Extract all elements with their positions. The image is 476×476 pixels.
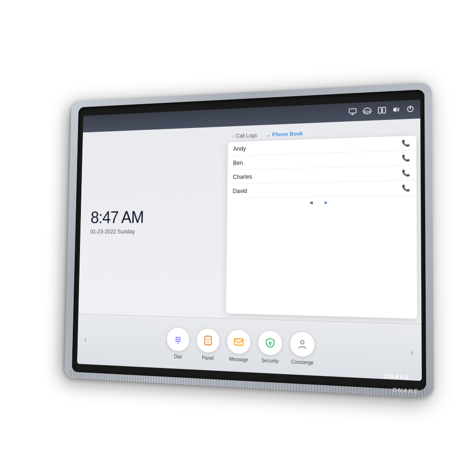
chevron-right-icon: › xyxy=(232,133,234,139)
tab-phone-book[interactable]: ⌄ Phone Book xyxy=(262,128,308,140)
svg-point-15 xyxy=(176,338,177,340)
svg-point-14 xyxy=(179,337,180,338)
dial-icon xyxy=(172,333,184,346)
contact-name-andy: Andy xyxy=(233,145,246,152)
screen: SOS xyxy=(77,99,422,381)
main-content: 8:47 AM 01-23-2022 Sunday › Call Logs xyxy=(79,119,422,324)
svg-rect-0 xyxy=(349,108,356,113)
message-icon-circle xyxy=(227,328,251,355)
volume-icon xyxy=(392,106,400,114)
power-icon[interactable] xyxy=(407,105,414,114)
call-icon-andy[interactable]: 📞 xyxy=(402,139,410,147)
svg-rect-9 xyxy=(393,108,394,111)
pagination-row: ◄ ► xyxy=(227,196,416,209)
svg-point-3 xyxy=(363,108,371,114)
clock-date: 01-23-2022 Sunday xyxy=(90,228,212,235)
svg-point-16 xyxy=(178,338,179,340)
svg-rect-5 xyxy=(378,107,381,113)
dial-label: Dial xyxy=(174,354,181,359)
security-icon-circle xyxy=(258,329,283,356)
svg-rect-23 xyxy=(206,338,210,340)
app-item-panel[interactable]: Panel xyxy=(196,327,220,361)
tab-row: › Call Logs ⌄ Phone Book xyxy=(228,124,416,141)
phone-book-label: Phone Book xyxy=(272,130,303,137)
message-icon xyxy=(233,335,245,348)
nav-next-button[interactable]: › xyxy=(407,347,416,357)
svg-point-10 xyxy=(407,106,413,111)
svg-point-17 xyxy=(179,338,180,340)
app-item-concierge[interactable]: Concierge xyxy=(289,331,315,366)
brand-logo: DNAKE xyxy=(384,373,410,380)
contact-row-david[interactable]: David 📞 xyxy=(227,180,416,198)
call-logs-label: Call Logs xyxy=(236,132,257,139)
svg-point-21 xyxy=(178,342,179,344)
call-icon-charles[interactable]: 📞 xyxy=(402,169,410,177)
app-item-message[interactable]: Message xyxy=(227,328,251,362)
concierge-icon xyxy=(296,337,309,350)
clock-panel: 8:47 AM 01-23-2022 Sunday xyxy=(79,127,225,318)
svg-point-28 xyxy=(300,340,304,344)
nav-prev-button[interactable]: ‹ xyxy=(82,335,89,344)
contact-name-charles: Charles xyxy=(233,173,252,180)
svg-point-20 xyxy=(179,340,180,342)
device-screen-bezel: DNAKE xyxy=(72,89,426,391)
svg-rect-25 xyxy=(235,338,243,345)
svg-point-19 xyxy=(178,340,179,342)
app-item-security[interactable]: Security xyxy=(258,329,283,364)
chevron-down-icon: ⌄ xyxy=(267,132,270,137)
page-prev-button[interactable]: ◄ xyxy=(308,199,314,205)
svg-point-12 xyxy=(176,337,177,338)
concierge-icon-circle xyxy=(289,331,315,357)
svg-marker-8 xyxy=(394,107,396,112)
call-icon-david[interactable]: 📞 xyxy=(402,184,410,192)
tab-call-logs[interactable]: › Call Logs xyxy=(228,130,262,141)
clock-time: 8:47 AM xyxy=(90,208,212,226)
contact-name-david: David xyxy=(233,188,247,194)
svg-text:SOS: SOS xyxy=(364,109,371,113)
concierge-label: Concierge xyxy=(291,359,313,366)
svg-point-18 xyxy=(176,340,177,342)
dial-icon-circle xyxy=(166,327,190,352)
call-icon-ben[interactable]: 📞 xyxy=(402,154,410,162)
panel-label: Panel xyxy=(202,355,214,361)
contact-name-ben: Ben xyxy=(233,159,243,166)
panel-icon-circle xyxy=(196,327,220,353)
security-label: Security xyxy=(261,357,279,364)
app-icons-row: Dial Panel xyxy=(89,324,407,369)
svg-rect-6 xyxy=(383,107,386,113)
contacts-dropdown: Andy 📞 Ben 📞 Charles 📞 xyxy=(226,136,417,319)
device-brand-label: DNAKE xyxy=(392,387,418,394)
page-next-button[interactable]: ► xyxy=(324,199,329,205)
monitor-icon xyxy=(348,108,357,116)
device: DNAKE xyxy=(64,82,434,398)
device-body: DNAKE xyxy=(64,82,434,398)
svg-point-24 xyxy=(208,341,209,343)
intercom-icon xyxy=(378,107,386,115)
app-item-dial[interactable]: Dial xyxy=(166,327,190,360)
phonebook-panel: › Call Logs ⌄ Phone Book Andy xyxy=(222,119,421,324)
panel-icon xyxy=(202,334,214,347)
svg-point-26 xyxy=(269,342,271,344)
security-icon xyxy=(264,336,277,349)
svg-point-13 xyxy=(178,337,179,338)
contact-row-charles[interactable]: Charles 📞 xyxy=(228,166,416,185)
sos-icon: SOS xyxy=(363,107,372,116)
message-label: Message xyxy=(229,356,248,362)
app-bar: ‹ xyxy=(77,314,422,381)
